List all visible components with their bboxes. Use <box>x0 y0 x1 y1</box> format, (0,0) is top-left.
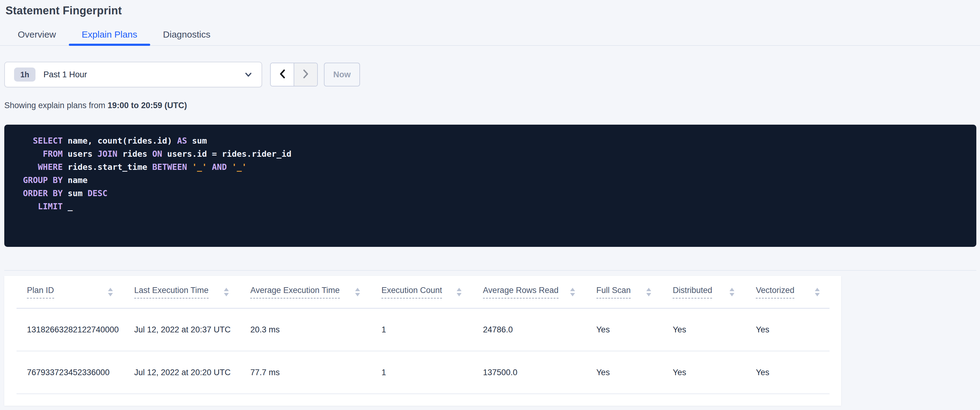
summary-prefix: Showing explain plans from <box>4 101 108 110</box>
sql-token-lit: '_' <box>232 162 247 172</box>
tab-diagnostics[interactable]: Diagnostics <box>150 25 223 45</box>
chevron-down-icon <box>244 70 253 79</box>
now-button[interactable]: Now <box>324 63 360 87</box>
sql-line: FROM users JOIN rides ON users.id = ride… <box>23 147 967 160</box>
table-cell-average-execution-time: 77.7 ms <box>250 368 382 377</box>
header-cell-vectorized[interactable]: Vectorized <box>756 286 841 299</box>
sort-desc-arrow <box>570 293 575 296</box>
sort-asc-arrow <box>730 288 734 291</box>
sort-desc-arrow <box>457 293 461 296</box>
header-cell-average-rows-read[interactable]: Average Rows Read <box>483 286 597 299</box>
tab-bar: OverviewExplain PlansDiagnostics <box>0 25 980 46</box>
sql-line: WHERE rides.start_time BETWEEN '_' AND '… <box>23 160 967 174</box>
sql-token-kw: DESC <box>88 188 107 198</box>
time-range-badge: 1h <box>14 68 35 82</box>
table-cell-full-scan: Yes <box>597 325 673 334</box>
table-cell-plan-id: 767933723452336000 <box>27 368 134 377</box>
table-cell-vectorized: Yes <box>756 368 841 377</box>
sort-desc-arrow <box>646 293 651 296</box>
sql-token-id: sum <box>63 188 88 198</box>
sort-asc-arrow <box>815 288 820 291</box>
sql-token-lit: '_' <box>192 162 207 172</box>
sort-arrows-icon[interactable] <box>355 288 360 296</box>
sql-token-kw: BETWEEN <box>152 162 187 172</box>
table-cell-last-execution-time: Jul 12, 2022 at 20:37 UTC <box>134 325 250 334</box>
table-cell-distributed: Yes <box>673 325 756 334</box>
sort-arrows-icon[interactable] <box>815 288 820 296</box>
table-cell-average-rows-read: 137500.0 <box>483 368 597 377</box>
table-cell-average-rows-read: 24786.0 <box>483 325 597 334</box>
header-cell-full-scan[interactable]: Full Scan <box>597 286 673 299</box>
sql-token-kw: GROUP BY <box>23 176 63 185</box>
sql-line: GROUP BY name <box>23 174 967 187</box>
sql-token-kw: SELECT <box>23 136 63 146</box>
summary-range: 19:00 to 20:59 (UTC) <box>108 101 187 110</box>
sort-desc-arrow <box>355 293 360 296</box>
sql-line: LIMIT _ <box>23 200 967 213</box>
chevron-right-icon <box>302 68 310 81</box>
table-cell-execution-count: 1 <box>382 325 483 334</box>
sql-token-kw: ORDER BY <box>23 188 63 198</box>
header-cell-average-execution-time[interactable]: Average Execution Time <box>250 286 382 299</box>
column-label: Last Execution Time <box>134 286 208 299</box>
statement-fingerprint-page: Statement Fingerprint OverviewExplain Pl… <box>0 0 980 410</box>
prev-time-button[interactable] <box>271 63 294 86</box>
sql-token-kw: WHERE <box>23 162 63 172</box>
sort-desc-arrow <box>815 293 820 296</box>
column-label: Average Rows Read <box>483 286 558 299</box>
sort-arrows-icon[interactable] <box>457 288 461 296</box>
sort-arrows-icon[interactable] <box>224 288 229 296</box>
sql-token-kw: AND <box>212 162 227 172</box>
sort-desc-arrow <box>730 293 734 296</box>
divider <box>4 270 976 271</box>
sql-token-id: name, count(rides.id) <box>63 136 177 146</box>
sort-arrows-icon[interactable] <box>646 288 651 296</box>
plans-table-body: 13182663282122740000Jul 12, 2022 at 20:3… <box>4 308 841 394</box>
column-label: Distributed <box>673 286 712 299</box>
chevron-left-icon <box>278 68 286 81</box>
sql-token-kw: ON <box>152 149 162 158</box>
sql-token-id: rides <box>118 149 152 158</box>
sort-asc-arrow <box>108 288 113 291</box>
plans-table-header: Plan IDLast Execution TimeAverage Execut… <box>4 276 841 308</box>
table-cell-execution-count: 1 <box>382 368 483 377</box>
table-row: 767933723452336000Jul 12, 2022 at 20:20 … <box>4 351 841 394</box>
column-label: Full Scan <box>597 286 631 299</box>
header-cell-plan-id[interactable]: Plan ID <box>27 286 134 299</box>
sql-token-id: users <box>63 149 97 158</box>
sort-arrows-icon[interactable] <box>730 288 734 296</box>
tab-overview[interactable]: Overview <box>5 25 69 45</box>
next-time-button[interactable] <box>294 63 317 86</box>
table-cell-full-scan: Yes <box>597 368 673 377</box>
summary-text: Showing explain plans from 19:00 to 20:5… <box>4 100 980 111</box>
sql-token-id: name <box>63 176 88 185</box>
column-label: Vectorized <box>756 286 794 299</box>
sort-desc-arrow <box>108 293 113 296</box>
sort-arrows-icon[interactable] <box>570 288 575 296</box>
sql-token-id: _ <box>63 202 73 211</box>
column-label: Execution Count <box>382 286 442 299</box>
sort-desc-arrow <box>224 293 229 296</box>
sql-token-id <box>187 162 192 172</box>
sql-token-id: rides.start_time <box>63 162 152 172</box>
table-cell-average-execution-time: 20.3 ms <box>250 325 382 334</box>
header-cell-distributed[interactable]: Distributed <box>673 286 756 299</box>
time-range-controls: 1h Past 1 Hour <box>4 62 980 87</box>
tab-explain-plans[interactable]: Explain Plans <box>69 25 150 45</box>
sort-asc-arrow <box>355 288 360 291</box>
header-cell-last-execution-time[interactable]: Last Execution Time <box>134 286 250 299</box>
sql-statement: SELECT name, count(rides.id) AS sum FROM… <box>4 125 976 247</box>
column-label: Average Execution Time <box>250 286 339 299</box>
table-row: 13182663282122740000Jul 12, 2022 at 20:3… <box>4 309 841 351</box>
sql-token-id: users.id = rides.rider_id <box>162 149 291 158</box>
header-cell-execution-count[interactable]: Execution Count <box>382 286 483 299</box>
time-range-dropdown[interactable]: 1h Past 1 Hour <box>4 62 262 87</box>
time-range-label: Past 1 Hour <box>43 70 87 79</box>
sql-token-id <box>227 162 232 172</box>
sort-asc-arrow <box>224 288 229 291</box>
table-cell-vectorized: Yes <box>756 325 841 334</box>
sql-line: ORDER BY sum DESC <box>23 187 967 200</box>
sort-arrows-icon[interactable] <box>108 288 113 296</box>
plans-table-card: Plan IDLast Execution TimeAverage Execut… <box>4 276 841 406</box>
time-step-button-group <box>270 63 318 87</box>
